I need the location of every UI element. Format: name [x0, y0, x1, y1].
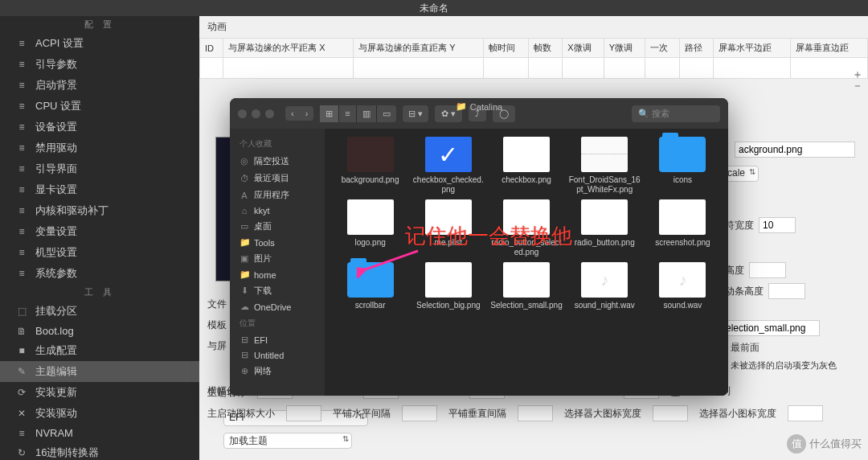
- column-view-icon[interactable]: ▥: [357, 105, 377, 122]
- table-cell[interactable]: [679, 58, 713, 79]
- file-item[interactable]: ♪sound.wav: [645, 262, 720, 310]
- file-item[interactable]: icons: [645, 137, 720, 195]
- sidebar-item[interactable]: ≡变量设置: [0, 221, 199, 242]
- table-cell[interactable]: [645, 58, 679, 79]
- fontwidth-input[interactable]: [759, 217, 796, 233]
- finder-sidebar-item[interactable]: ▣图片: [230, 250, 325, 267]
- sidebar-item-label: 安装驱动: [35, 406, 77, 421]
- table-cell[interactable]: [200, 58, 223, 79]
- sidebar-item[interactable]: ≡启动背景: [0, 75, 199, 96]
- finder-sidebar-item[interactable]: ☁OneDrive: [230, 299, 325, 314]
- finder-sidebar-item[interactable]: ⊟Untitled: [230, 347, 325, 363]
- file-item[interactable]: Selection_big.png: [411, 262, 485, 310]
- sidebar-item[interactable]: ≡内核和驱动补丁: [0, 200, 199, 221]
- flat-v-input[interactable]: [518, 405, 553, 421]
- sidebar-item[interactable]: ≡禁用驱动: [0, 138, 199, 158]
- file-item[interactable]: radio_button.png: [567, 199, 642, 257]
- sidebar-item-label: 启动背景: [35, 78, 77, 92]
- finder-sidebar-item[interactable]: ◎隔空投送: [230, 153, 325, 170]
- file-item[interactable]: background.png: [333, 137, 407, 195]
- sidebar-item[interactable]: ≡系统参数: [0, 263, 199, 284]
- scrollheight-input[interactable]: [768, 283, 805, 299]
- sidebar-item[interactable]: ≡引导界面: [0, 158, 199, 179]
- sidebar-item-icon: ≡: [16, 184, 27, 195]
- nav-buttons[interactable]: ‹›: [285, 106, 313, 121]
- sidebar-item[interactable]: ✕安装驱动: [0, 403, 199, 424]
- table-cell[interactable]: [528, 58, 562, 79]
- sidebar-item[interactable]: ≡NVRAM: [0, 424, 199, 442]
- sidebar-item[interactable]: ⟳安装更新: [0, 382, 199, 403]
- sidebar-item-icon: ✎: [16, 366, 27, 377]
- file-item[interactable]: ✓checkbox_checked.png: [411, 137, 485, 195]
- sidebar-item[interactable]: ≡显卡设置: [0, 179, 199, 200]
- table-cell[interactable]: [563, 58, 604, 79]
- file-item[interactable]: screenshot.png: [645, 199, 720, 257]
- sidebar-item[interactable]: ■生成配置: [0, 340, 199, 361]
- sidebar-item[interactable]: ≡CPU 设置: [0, 96, 199, 117]
- arrange-icon[interactable]: ⊟ ▾: [403, 105, 428, 122]
- main-icon-input[interactable]: [286, 405, 321, 421]
- add-row-button[interactable]: ＋: [852, 69, 863, 79]
- file-thumbnail: [425, 262, 472, 298]
- finder-sidebar-item[interactable]: ▭桌面: [230, 218, 325, 235]
- sidebar-item[interactable]: ≡引导参数: [0, 54, 199, 75]
- finder-sidebar-item[interactable]: ⊟EFI: [230, 332, 325, 347]
- back-icon[interactable]: ‹: [285, 106, 300, 121]
- table-cell[interactable]: [484, 58, 529, 79]
- arrange-group[interactable]: ⊟ ▾: [403, 105, 428, 122]
- finder-sidebar-item[interactable]: 📁Tools: [230, 235, 325, 250]
- sidebar-item[interactable]: ≡设备设置: [0, 117, 199, 138]
- file-item[interactable]: ♪sound_night.wav: [567, 262, 642, 310]
- traffic-lights[interactable]: [238, 109, 274, 118]
- gallery-view-icon[interactable]: ▭: [377, 105, 396, 122]
- file-name: icons: [674, 175, 692, 185]
- sidebar-item[interactable]: ≡机型设置: [0, 242, 199, 263]
- table-cell[interactable]: [223, 58, 354, 79]
- table-cell[interactable]: [354, 58, 484, 79]
- finder-sidebar-item[interactable]: 📁home: [230, 267, 325, 282]
- sidebar-item-label: CPU 设置: [35, 99, 81, 113]
- finder-sidebar-item[interactable]: ⬇下载: [230, 282, 325, 299]
- table-cell[interactable]: [604, 58, 645, 79]
- finder-sidebar-item[interactable]: ⌂kkyt: [230, 203, 325, 218]
- table-header: 屏幕水平边距: [714, 39, 791, 58]
- forward-icon[interactable]: ›: [300, 106, 314, 121]
- finder-sidebar-item[interactable]: ⊕网络: [230, 363, 325, 380]
- sel-big-w-input[interactable]: [653, 405, 688, 421]
- finder-sidebar-icon: ⬇: [240, 285, 249, 296]
- file-thumbnail: [581, 199, 628, 235]
- file-item[interactable]: checkbox.png: [489, 137, 563, 195]
- file-name: Selection_small.png: [490, 301, 563, 310]
- finder-search[interactable]: 🔍 搜索: [632, 105, 720, 122]
- finder-sidebar-item[interactable]: A应用程序: [230, 187, 325, 203]
- sidebar-item[interactable]: ≡ACPI 设置: [0, 33, 199, 54]
- sidebar-item-label: 禁用驱动: [35, 141, 77, 155]
- flat-h-input[interactable]: [402, 405, 437, 421]
- file-item[interactable]: ·····························Font_DroidS…: [567, 137, 642, 195]
- view-mode-group[interactable]: ⊞ ≡ ▥ ▭: [320, 105, 395, 122]
- sel-small-w-label: 选择器小图标宽度: [699, 407, 776, 421]
- sidebar-item-icon: ≡: [16, 205, 27, 216]
- colheight-input[interactable]: [749, 262, 786, 278]
- sidebar-item[interactable]: ✎主题编辑: [0, 361, 199, 382]
- sidebar-item[interactable]: ↻16进制转换器: [0, 442, 199, 460]
- finder-sidebar-item[interactable]: ⏱最近项目: [230, 170, 325, 187]
- icon-view-icon[interactable]: ⊞: [320, 105, 339, 122]
- sidebar-item-label: 内核和驱动补丁: [35, 203, 108, 218]
- list-view-icon[interactable]: ≡: [339, 105, 356, 122]
- remove-row-button[interactable]: －: [852, 80, 863, 90]
- sidebar-item-label: 安装更新: [35, 385, 77, 400]
- sel-small-w-input[interactable]: [788, 405, 823, 421]
- selection-small-input[interactable]: [715, 320, 820, 336]
- sidebar-item-label: 引导界面: [35, 162, 77, 176]
- sidebar-item[interactable]: ⬚挂载分区: [0, 301, 199, 322]
- file-item[interactable]: Selection_small.png: [489, 262, 563, 310]
- sidebar-item-icon: ✕: [16, 408, 27, 419]
- sidebar-item[interactable]: 🗎Boot.log: [0, 322, 199, 340]
- sidebar-item-icon: ⟳: [16, 387, 27, 398]
- background-file-input[interactable]: [735, 142, 855, 158]
- load-theme-select[interactable]: 加载主题: [223, 433, 352, 449]
- file-name: background.png: [342, 175, 399, 185]
- sidebar-item-icon: ≡: [16, 38, 27, 49]
- table-cell[interactable]: [714, 58, 791, 79]
